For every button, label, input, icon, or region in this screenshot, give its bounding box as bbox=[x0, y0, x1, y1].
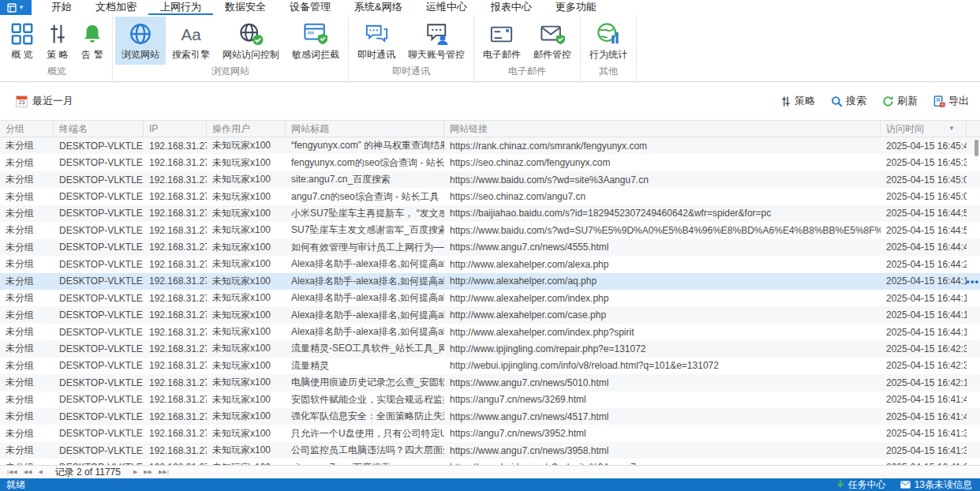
filter-caret-icon[interactable]: ▼ bbox=[948, 121, 955, 137]
ribbon-button-电子邮件[interactable]: 电子邮件 bbox=[477, 17, 527, 65]
unread-messages-button[interactable]: 13条未读信息 bbox=[900, 478, 972, 491]
nav-last-button[interactable]: ▶▶| bbox=[155, 469, 172, 475]
cell-user: 未知玩家x100 bbox=[207, 223, 286, 237]
table-row[interactable]: 未分组DESKTOP-VLKTLE1192.168.31.27未知玩家x100A… bbox=[0, 290, 980, 306]
cell-terminal: DESKTOP-VLKTLE1 bbox=[54, 445, 144, 456]
table-row[interactable]: 未分组DESKTOP-VLKTLE1192.168.31.27未知玩家x100S… bbox=[0, 222, 980, 238]
ribbon-button-告警[interactable]: 告 警 bbox=[75, 17, 110, 65]
table-row[interactable]: 未分组DESKTOP-VLKTLE1192.168.31.27未知玩家x100流… bbox=[0, 340, 980, 357]
cell-title: 电脑使用痕迹历史记录怎么查_安固软件官网... bbox=[286, 376, 444, 389]
ribbon-button-label: 概 览 bbox=[11, 48, 32, 62]
ribbon-button-行为统计[interactable]: 行为统计 bbox=[583, 17, 634, 65]
toolbar-action-搜索[interactable]: 搜索 bbox=[831, 94, 866, 108]
cell-title: Alexa排名助手-alexa排名,如何提高alexa排... bbox=[286, 309, 444, 322]
ribbon-button-浏览网站[interactable]: 浏览网站 bbox=[115, 17, 166, 65]
menu-tab-上网行为[interactable]: 上网行为 bbox=[148, 0, 213, 15]
menu-tab-开始[interactable]: 开始 bbox=[39, 0, 84, 15]
table-row[interactable]: 未分组DESKTOP-VLKTLE1192.168.31.27未知玩家x100s… bbox=[0, 459, 980, 465]
ribbon-button-网站访问控制[interactable]: 网站访问控制 bbox=[216, 17, 286, 65]
column-header-terminal[interactable]: 终端名 bbox=[54, 121, 144, 137]
cell-url: https://rank.chinaz.com/smrank/fengyunyx… bbox=[444, 141, 881, 152]
menu-tab-文档加密[interactable]: 文档加密 bbox=[84, 0, 148, 15]
table-row[interactable]: 未分组DESKTOP-VLKTLE1192.168.31.27未知玩家x100只… bbox=[0, 425, 980, 441]
view-toolbar: 23 最近一月 策略搜索刷新A导出 bbox=[0, 82, 980, 120]
table-row[interactable]: 未分组DESKTOP-VLKTLE1192.168.31.27未知玩家x100公… bbox=[0, 442, 980, 459]
app-menu-button[interactable]: ▼ bbox=[0, 0, 32, 15]
column-header-group[interactable]: 分组 bbox=[0, 121, 54, 137]
cell-url: https://www.baidu.com/s?wd=site%3Aangu7.… bbox=[444, 174, 881, 186]
status-ready-label: 就绪 bbox=[6, 478, 25, 491]
table-row[interactable]: 未分组DESKTOP-VLKTLE1192.168.31.27未知玩家x100安… bbox=[0, 392, 980, 408]
table-row[interactable]: 未分组DESKTOP-VLKTLE1192.168.31.27未知玩家x100a… bbox=[0, 188, 980, 204]
ribbon-button-敏感词拦截[interactable]: 敏感词拦截 bbox=[286, 17, 346, 65]
ribbon-button-概览[interactable]: 概 览 bbox=[4, 17, 40, 65]
download-arrow-icon bbox=[836, 480, 844, 489]
nav-next-page-button[interactable]: ▶▶ bbox=[140, 469, 155, 475]
date-range-label: 最近一月 bbox=[32, 94, 73, 108]
table-row[interactable]: 未分组DESKTOP-VLKTLE1192.168.31.27未知玩家x100强… bbox=[0, 408, 980, 425]
nav-first-button[interactable]: |◀◀ bbox=[4, 469, 21, 475]
menu-tab-报表中心[interactable]: 报表中心 bbox=[479, 0, 544, 15]
cell-ip: 192.168.31.27 bbox=[144, 242, 207, 253]
column-header-time[interactable]: 访问时间▼ bbox=[881, 121, 967, 137]
table-row[interactable]: 未分组DESKTOP-VLKTLE1192.168.31.27未知玩家x100A… bbox=[0, 324, 980, 340]
cell-terminal: DESKTOP-VLKTLE1 bbox=[54, 360, 144, 371]
task-center-button[interactable]: 任务中心 bbox=[836, 478, 886, 491]
table-row[interactable]: 未分组DESKTOP-VLKTLE1192.168.31.27未知玩家x100小… bbox=[0, 205, 980, 222]
cell-terminal: DESKTOP-VLKTLE1 bbox=[54, 309, 144, 320]
date-range-filter[interactable]: 23 最近一月 bbox=[16, 94, 73, 108]
cell-time: 2025-04-15 16:44:43 bbox=[881, 242, 967, 253]
record-pager: |◀◀◀◀◀记录 2 of 11775▶▶▶▶▶| bbox=[0, 465, 980, 478]
table-row[interactable]: 未分组DESKTOP-VLKTLE1192.168.31.27未知玩家x100A… bbox=[0, 306, 980, 323]
statusbar: 就绪 任务中心 13条未读信息 bbox=[0, 478, 980, 491]
ribbon-button-聊天账号管控[interactable]: 聊天账号管控 bbox=[402, 17, 471, 65]
sliders-small-icon bbox=[780, 96, 791, 107]
toolbar-action-策略[interactable]: 策略 bbox=[780, 94, 815, 108]
vertical-scrollbar-thumb[interactable] bbox=[974, 140, 978, 156]
ribbon-group-label: 即时通讯 bbox=[351, 65, 471, 81]
cell-user: 未知玩家x100 bbox=[207, 393, 286, 407]
nav-prev-button[interactable]: ◀ bbox=[35, 469, 45, 475]
cell-ip: 192.168.31.27 bbox=[144, 462, 207, 465]
cell-title: site:angu7.cn_百度搜索 bbox=[286, 461, 444, 465]
menu-tab-数据安全[interactable]: 数据安全 bbox=[213, 0, 278, 15]
cell-title: “fengyunyx.com” 的神马权重查询结果 - ... bbox=[286, 139, 444, 152]
chat-user-icon bbox=[424, 21, 450, 47]
cell-time: 2025-04-15 16:41:39 bbox=[881, 428, 967, 439]
table-row[interactable]: 未分组DESKTOP-VLKTLE1192.168.31.27未知玩家x100流… bbox=[0, 358, 980, 374]
table-row[interactable]: 未分组DESKTOP-VLKTLE1192.168.31.27未知玩家x100如… bbox=[0, 239, 980, 256]
row-overflow-menu-icon[interactable]: ••• bbox=[966, 275, 979, 287]
nav-prev-page-button[interactable]: ◀◀ bbox=[21, 469, 36, 475]
toolbar-action-导出[interactable]: A导出 bbox=[933, 94, 969, 108]
menu-tab-运维中心[interactable]: 运维中心 bbox=[414, 0, 479, 15]
grid-body: 未分组DESKTOP-VLKTLE1192.168.31.27未知玩家x100“… bbox=[0, 137, 980, 465]
toolbar-action-label: 搜索 bbox=[846, 94, 866, 108]
nav-next-button[interactable]: ▶ bbox=[130, 469, 140, 475]
table-row[interactable]: 未分组DESKTOP-VLKTLE1192.168.31.27未知玩家x100电… bbox=[0, 374, 980, 391]
toolbar-action-刷新[interactable]: 刷新 bbox=[882, 94, 918, 108]
cell-time: 2025-04-15 16:42:35 bbox=[881, 360, 967, 371]
menu-tab-系统&网络[interactable]: 系统&网络 bbox=[342, 0, 414, 15]
table-row[interactable]: 未分组DESKTOP-VLKTLE1192.168.31.27未知玩家x100s… bbox=[0, 171, 980, 188]
ribbon-button-搜索引擎[interactable]: Aa搜索引擎 bbox=[166, 17, 216, 65]
menu-tab-设备管理[interactable]: 设备管理 bbox=[278, 0, 342, 15]
column-header-title[interactable]: 网站标题 bbox=[286, 121, 444, 137]
ribbon-button-策略[interactable]: 策 略 bbox=[40, 17, 75, 65]
mail-shield-icon bbox=[540, 21, 566, 47]
ribbon-button-邮件管控[interactable]: 邮件管控 bbox=[527, 17, 578, 65]
cell-url: https://seo.chinaz.com/angu7.cn bbox=[444, 191, 881, 202]
column-header-ip[interactable]: IP bbox=[144, 121, 207, 137]
cell-terminal: DESKTOP-VLKTLE1 bbox=[54, 259, 144, 270]
ribbon-button-即时通讯[interactable]: 即时通讯 bbox=[351, 17, 402, 65]
column-header-user[interactable]: 操作用户 bbox=[207, 121, 286, 137]
table-row[interactable]: 未分组DESKTOP-VLKTLE1192.168.31.27未知玩家x100A… bbox=[0, 256, 980, 272]
cell-title: 小米SU7坠崖车主再提新车， “发文感谢雷... bbox=[286, 207, 444, 220]
table-row[interactable]: 未分组DESKTOP-VLKTLE1192.168.31.27未知玩家x100A… bbox=[0, 273, 980, 290]
cell-time: 2025-04-15 16:44:50 bbox=[881, 225, 967, 236]
menu-tab-更多功能[interactable]: 更多功能 bbox=[544, 0, 608, 15]
table-row[interactable]: 未分组DESKTOP-VLKTLE1192.168.31.27未知玩家x100“… bbox=[0, 137, 980, 154]
ribbon-button-label: 邮件管控 bbox=[533, 48, 571, 62]
ribbon-button-label: 告 警 bbox=[81, 48, 103, 62]
column-header-url[interactable]: 网站链接 bbox=[444, 121, 881, 137]
table-row[interactable]: 未分组DESKTOP-VLKTLE1192.168.31.27未知玩家x100f… bbox=[0, 154, 980, 171]
